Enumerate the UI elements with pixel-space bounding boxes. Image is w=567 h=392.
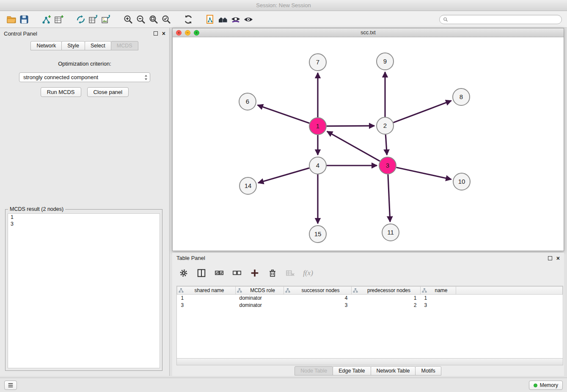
table-cell[interactable]: 1 (177, 295, 236, 302)
import-network-button[interactable] (40, 13, 52, 26)
delete-button[interactable] (267, 268, 278, 279)
close-panel-button[interactable]: Close panel (87, 87, 129, 97)
table-cell[interactable]: 2 (352, 302, 421, 309)
node-table[interactable]: shared nameMCDS rolesuccessor nodesprede… (176, 286, 563, 359)
table-cell[interactable]: 3 (421, 302, 456, 309)
open-session-button[interactable] (5, 13, 18, 26)
export-network-button[interactable] (204, 13, 217, 26)
edge-1-2[interactable] (327, 126, 374, 126)
criterion-select[interactable]: strongly connected component (19, 72, 150, 82)
edge-1-6[interactable] (258, 105, 310, 123)
eye-icon (243, 14, 253, 25)
export-image-button[interactable] (100, 13, 113, 26)
tab-select[interactable]: Select (85, 41, 111, 50)
zoom-selected-button[interactable] (160, 13, 173, 26)
column-header-predecessor-nodes[interactable]: predecessor nodes (352, 287, 421, 295)
zoom-fit-button[interactable] (147, 13, 160, 26)
tab-motifs[interactable]: Motifs (415, 366, 441, 375)
node-4[interactable]: 4 (309, 157, 326, 174)
show-hide-button[interactable] (242, 13, 255, 26)
node-8[interactable]: 8 (453, 88, 470, 105)
edge-4-14[interactable] (258, 168, 309, 183)
delete-table-button[interactable] (285, 268, 296, 279)
edge-3-10[interactable] (396, 168, 451, 179)
zoom-out-button[interactable] (135, 13, 147, 26)
add-column-button[interactable] (249, 268, 260, 279)
network-window-titlebar[interactable]: × − + scc.txt (173, 28, 564, 37)
search-box[interactable] (439, 15, 562, 24)
network-from-table-button[interactable] (87, 13, 100, 26)
table-row[interactable]: 3dominator323 (177, 302, 563, 309)
table-toolbar: f(x) (172, 264, 564, 282)
edge-2-8[interactable] (394, 101, 451, 123)
zoom-window-icon[interactable]: + (194, 30, 199, 36)
table-cell[interactable]: 1 (421, 295, 456, 302)
memory-button[interactable]: Memory (529, 381, 563, 390)
mcds-result-list[interactable]: 13 (8, 213, 160, 368)
table-panel: Table Panel × (172, 253, 564, 376)
float-table-panel-icon[interactable] (548, 256, 552, 260)
table-cell[interactable]: dominator (236, 295, 284, 302)
tab-mcds[interactable]: MCDS (111, 41, 138, 50)
tab-network[interactable]: Network (30, 41, 62, 50)
close-panel-icon[interactable]: × (162, 30, 165, 36)
deselect-all-button[interactable] (231, 268, 242, 279)
table-cell[interactable]: dominator (236, 302, 284, 309)
column-header-MCDS-role[interactable]: MCDS role (236, 287, 284, 295)
function-builder-button[interactable]: f(x) (303, 268, 314, 279)
table-settings-button[interactable] (178, 268, 189, 279)
table-hscrollbar[interactable] (176, 359, 563, 365)
home-button[interactable] (217, 13, 229, 26)
node-label: 15 (314, 230, 322, 237)
window-titlebar[interactable]: Session: New Session (0, 0, 567, 11)
tab-edge-table[interactable]: Edge Table (333, 366, 371, 375)
save-session-button[interactable] (18, 13, 30, 26)
column-header-successor-nodes[interactable]: successor nodes (284, 287, 352, 295)
result-item[interactable]: 3 (8, 221, 160, 227)
export-image-icon (101, 14, 111, 25)
node-label: 1 (316, 122, 319, 130)
network-graph[interactable]: 7968124314101511 (173, 37, 564, 251)
style-preview-button[interactable] (229, 13, 242, 26)
minimize-window-icon[interactable]: − (185, 30, 190, 36)
search-input[interactable] (450, 17, 558, 22)
node-11[interactable]: 11 (382, 224, 399, 241)
task-history-button[interactable] (4, 381, 17, 390)
edge-3-1[interactable] (327, 131, 380, 161)
column-tree-icon (285, 288, 290, 293)
table-cell[interactable]: 1 (352, 295, 421, 302)
run-mcds-button[interactable]: Run MCDS (41, 87, 81, 97)
table-tabs: Node Table Edge Table Network Table Moti… (172, 366, 564, 375)
edge-2-3[interactable] (385, 135, 387, 155)
edge-3-11[interactable] (388, 174, 390, 222)
node-14[interactable]: 14 (239, 177, 256, 194)
node-15[interactable]: 15 (309, 226, 326, 243)
table-cell[interactable]: 3 (284, 302, 352, 309)
column-layout-button[interactable] (196, 268, 207, 279)
clone-network-button[interactable] (74, 13, 87, 26)
close-table-panel-icon[interactable]: × (556, 255, 560, 261)
node-7[interactable]: 7 (309, 54, 326, 71)
column-header-name[interactable]: name (421, 287, 456, 295)
float-panel-icon[interactable] (154, 31, 158, 36)
table-row[interactable]: 1dominator411 (177, 295, 563, 302)
network-view-window[interactable]: × − + scc.txt 7968124314101511 (172, 28, 564, 251)
close-window-icon[interactable]: × (176, 30, 182, 36)
node-2[interactable]: 2 (377, 117, 394, 134)
node-10[interactable]: 10 (453, 173, 470, 190)
node-9[interactable]: 9 (377, 53, 394, 70)
table-cell[interactable]: 3 (177, 302, 236, 309)
node-6[interactable]: 6 (239, 93, 256, 110)
select-all-button[interactable] (214, 268, 225, 279)
zoom-in-button[interactable] (122, 13, 135, 26)
column-header-shared-name[interactable]: shared name (177, 287, 236, 295)
tab-network-table[interactable]: Network Table (371, 366, 416, 375)
apply-layout-button[interactable] (182, 13, 195, 26)
tab-node-table[interactable]: Node Table (295, 366, 333, 375)
import-table-button[interactable] (52, 13, 65, 26)
result-item[interactable]: 1 (8, 214, 160, 221)
node-1[interactable]: 1 (309, 118, 326, 135)
node-3[interactable]: 3 (379, 157, 396, 174)
tab-style[interactable]: Style (61, 41, 85, 50)
table-cell[interactable]: 4 (284, 295, 352, 302)
